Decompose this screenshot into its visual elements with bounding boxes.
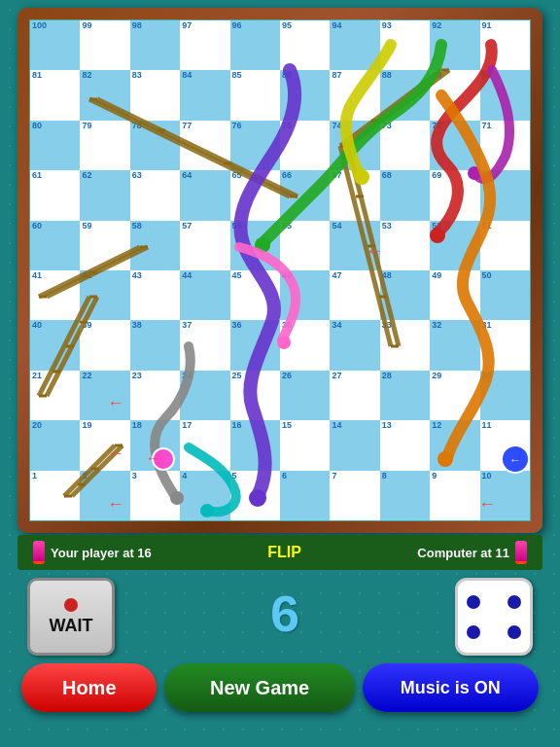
wait-button[interactable]: WAIT: [27, 578, 115, 656]
board-cell-78: 78: [130, 121, 180, 170]
board-cell-24: 24: [180, 371, 229, 420]
player-status: Your player at 16: [51, 546, 152, 560]
board-cell-56: 56: [230, 221, 280, 270]
board-cell-94: 94: [330, 20, 379, 70]
board-cell-44: 44: [180, 270, 229, 320]
home-button[interactable]: Home: [21, 663, 157, 712]
wait-dot: [64, 598, 78, 612]
board-cell-33: 33: [380, 320, 430, 370]
board-cell-74: 74: [330, 121, 379, 170]
board-cell-10: 10: [480, 471, 530, 520]
board-cell-23: 23: [130, 371, 180, 420]
board-cell-82: 82: [80, 70, 129, 120]
board-cell-65: 65: [230, 170, 280, 220]
board-cell-61: 61: [30, 170, 80, 220]
board-cell-30: 30: [480, 371, 530, 420]
board-cell-77: 77: [180, 121, 229, 170]
board-cell-75: 75: [280, 121, 330, 170]
board-cell-51: 51: [480, 221, 530, 270]
board-cell-52: 52: [430, 221, 479, 270]
board-cell-92: 92: [430, 20, 479, 70]
dice-dot-4: [508, 625, 521, 639]
board-cell-3: 3: [130, 471, 180, 520]
computer-status: Computer at 11: [417, 546, 509, 560]
music-button[interactable]: Music is ON: [363, 663, 539, 712]
board-cell-50: 50: [480, 270, 530, 320]
board-cell-36: 36: [230, 320, 280, 370]
board-cell-29: 29: [430, 371, 479, 420]
board-cell-38: 38: [130, 320, 180, 370]
board-cell-48: 48: [380, 270, 430, 320]
dice-display: 6: [241, 578, 329, 656]
board-cell-90: 90: [480, 70, 530, 120]
board-cell-98: 98: [130, 20, 180, 70]
board-cell-17: 17: [180, 420, 229, 470]
board-cell-43: 43: [130, 270, 180, 320]
board-cell-35: 35: [280, 320, 330, 370]
board-cell-32: 32: [430, 320, 479, 370]
board-cell-59: 59: [80, 221, 129, 270]
dice-visual: [455, 578, 533, 656]
board-cell-70: 70: [480, 170, 530, 220]
board-cell-16: 16: [230, 420, 280, 470]
board-cell-55: 55: [280, 221, 330, 270]
board-cell-4: 4: [180, 471, 229, 520]
board-cell-79: 79: [80, 121, 129, 170]
board-cell-81: 81: [30, 70, 80, 120]
board-cell-34: 34: [330, 320, 379, 370]
board-cell-41: 41: [30, 270, 80, 320]
controls-area: WAIT 6: [18, 578, 542, 656]
board-cell-100: 100: [30, 20, 80, 70]
dice-empty-1: [486, 588, 503, 615]
board-cell-72: 72: [430, 121, 479, 170]
board-cell-9: 9: [430, 471, 479, 520]
board-cell-25: 25: [230, 371, 280, 420]
board-cell-18: 18: [130, 420, 180, 470]
board-frame: 1009998979695949392918182838485868788899…: [18, 8, 542, 533]
board-cell-47: 47: [330, 270, 379, 320]
dice-dot-1: [467, 595, 480, 609]
board-cell-19: 19: [80, 420, 129, 470]
board-cell-95: 95: [280, 20, 330, 70]
dice-number: 6: [269, 587, 300, 647]
board-grid: 1009998979695949392918182838485868788899…: [29, 19, 531, 521]
flip-label: FLIP: [267, 544, 301, 561]
new-game-button[interactable]: New Game: [164, 663, 354, 712]
board-cell-64: 64: [180, 170, 229, 220]
board-cell-88: 88: [380, 70, 430, 120]
board-cell-63: 63: [130, 170, 180, 220]
computer-icon: [515, 541, 527, 564]
board-cell-91: 91: [480, 20, 530, 70]
board-cell-14: 14: [330, 420, 379, 470]
board-cell-5: 5: [230, 471, 280, 520]
board-cell-26: 26: [280, 371, 330, 420]
board-cell-53: 53: [380, 221, 430, 270]
game-container: 1009998979695949392918182838485868788899…: [0, 0, 560, 747]
board-cell-99: 99: [80, 20, 129, 70]
board-cell-31: 31: [480, 320, 530, 370]
board-cell-96: 96: [230, 20, 280, 70]
board-cell-1: 1: [30, 471, 80, 520]
board-cell-45: 45: [230, 270, 280, 320]
bottom-buttons: Home New Game Music is ON: [18, 663, 542, 712]
dice-empty-2: [486, 619, 503, 645]
board-cell-80: 80: [30, 121, 80, 170]
board-cell-83: 83: [130, 70, 180, 120]
board-cell-12: 12: [430, 420, 479, 470]
board-cell-85: 85: [230, 70, 280, 120]
board-cell-69: 69: [430, 170, 479, 220]
board-cell-39: 39: [80, 320, 129, 370]
board-cell-46: 46: [280, 270, 330, 320]
board-cell-13: 13: [380, 420, 430, 470]
board-cell-57: 57: [180, 221, 229, 270]
board-cell-97: 97: [180, 20, 229, 70]
board-cell-40: 40: [30, 320, 80, 370]
board-cell-11: 11: [480, 420, 530, 470]
board-cell-93: 93: [380, 20, 430, 70]
board-cell-71: 71: [480, 121, 530, 170]
board-cell-60: 60: [30, 221, 80, 270]
board-cell-58: 58: [130, 221, 180, 270]
wait-label: WAIT: [50, 616, 93, 636]
board-cell-73: 73: [380, 121, 430, 170]
board-cell-84: 84: [180, 70, 229, 120]
